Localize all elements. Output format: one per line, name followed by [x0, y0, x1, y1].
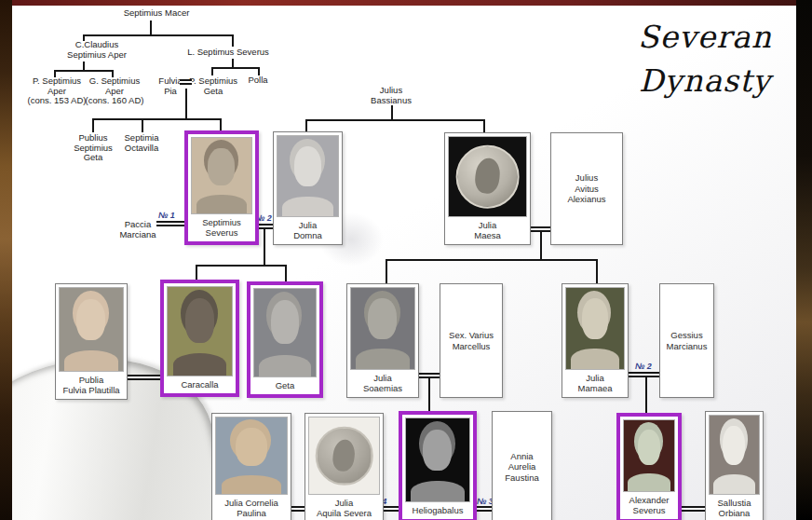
- coin-disc: [455, 144, 520, 209]
- bust-shoulders: [259, 355, 310, 378]
- node-julia-maesa: Julia Maesa: [444, 132, 531, 245]
- bust-shoulders: [173, 353, 227, 376]
- marriage-line-mamaea-gessius: [629, 372, 660, 377]
- bust-face: [271, 300, 299, 344]
- connector-lseptimus-drop: [232, 34, 234, 47]
- portrait-alexander-severus: [623, 419, 675, 492]
- marriage-label-no2-gessius: № 2: [635, 362, 652, 371]
- portrait-julia-mamaea: [565, 287, 625, 370]
- bust-shoulders: [282, 197, 333, 218]
- connector-alexander-drop: [645, 376, 647, 414]
- label-p-septimius-geta: P. Septimius Geta: [184, 76, 242, 96]
- connector-geta-marriage-down: [185, 89, 187, 118]
- connector-polla-drop: [258, 67, 260, 75]
- left-border-strip: [0, 0, 12, 520]
- caption-julia-mamaea: Julia Mamaea: [565, 370, 625, 394]
- connector-maesa-avitus-down: [540, 231, 542, 260]
- bust-shoulders: [64, 350, 117, 372]
- connector-bassianus-down: [391, 105, 393, 120]
- connector-p-aper-drop: [54, 70, 56, 77]
- connector-soaemias-drop: [386, 259, 387, 284]
- bust-face: [723, 426, 745, 465]
- connector-maesa-drop: [483, 119, 485, 133]
- top-border-strip: [0, 0, 812, 6]
- bust-shoulders: [713, 474, 755, 495]
- connector-mamaea-drop: [596, 259, 598, 284]
- bust-shoulders: [628, 473, 670, 492]
- bust-face: [368, 298, 397, 339]
- caption-septimius-severus: Septimius Severus: [191, 214, 252, 239]
- portrait-julia-aquila-severa: [308, 417, 380, 495]
- connector-severus-domna-down: [264, 228, 265, 266]
- node-julius-avitus-alexianus: Julius Avitus Alexianus: [550, 132, 623, 245]
- node-text-annia-aurelia-faustina: Annia Aurelia Faustina: [495, 415, 548, 519]
- connector-claudius-drop: [83, 34, 85, 41]
- connector-aper-bar: [54, 70, 114, 72]
- marriage-label-no1-paccia: № 1: [158, 211, 175, 220]
- caption-julia-domna: Julia Domna: [277, 217, 339, 241]
- caption-caracalla: Caracalla: [167, 376, 233, 390]
- connector-gen1-bar: [83, 34, 234, 36]
- marriage-line-fulvia-geta: [180, 79, 192, 85]
- bust-face: [638, 430, 660, 465]
- caption-heliogabalus: Heliogabalus: [405, 502, 470, 516]
- connector-publius-drop: [92, 118, 94, 132]
- bust-shoulders: [356, 349, 409, 370]
- node-julia-aquila-severa: Julia Aquila Severa: [304, 413, 384, 520]
- node-geta: Geta: [247, 281, 323, 398]
- node-annia-aurelia-faustina: Annia Aurelia Faustina: [492, 411, 552, 520]
- marriage-line-alexander-sallustia: [682, 506, 706, 512]
- node-septimius-severus: Septimius Severus: [184, 130, 259, 245]
- connector-caracalla-geta-bar: [196, 265, 286, 267]
- caption-julia-aquila-severa: Julia Aquila Severa: [308, 495, 380, 519]
- right-border-strip: [796, 0, 812, 520]
- node-caracalla: Caracalla: [160, 280, 239, 397]
- bust-shoulders: [222, 475, 281, 496]
- connector-geta-polla-bar: [211, 67, 259, 69]
- portrait-julia-soaemias: [350, 287, 415, 370]
- caption-alexander-severus: Alexander Severus: [623, 492, 675, 516]
- bust-face: [185, 298, 214, 343]
- connector-caracalla-drop: [196, 265, 197, 281]
- marriage-line-soaemias-marcellus: [419, 373, 440, 378]
- portrait-julia-maesa: [448, 136, 527, 217]
- node-sex-varius-marcellus: Sex. Varius Marcellus: [440, 283, 503, 398]
- bust-shoulders: [196, 195, 247, 214]
- caption-geta: Geta: [253, 377, 317, 391]
- marriage-line-maesa-avitus: [531, 226, 551, 232]
- connector-pgeta-drop: [211, 67, 213, 75]
- caption-julia-maesa: Julia Maesa: [448, 217, 527, 241]
- marriage-line-heliogabalus-annia: [477, 506, 493, 512]
- connector-claudius-down: [83, 62, 85, 70]
- bust-face: [294, 146, 321, 186]
- bust-face: [423, 430, 452, 472]
- connector-root-drop: [150, 21, 152, 34]
- connector-bassianus-bar: [305, 119, 485, 121]
- node-julia-domna: Julia Domna: [273, 131, 343, 245]
- slide-title: Severan Dynasty: [618, 15, 792, 103]
- bust-shoulders: [411, 481, 464, 502]
- connector-geta-drop: [285, 265, 287, 282]
- bust-face: [582, 298, 608, 339]
- portrait-septimius-severus: [191, 137, 252, 214]
- node-alexander-severus: Alexander Severus: [616, 413, 682, 520]
- node-publia-fulvia-plautilla: Publia Fulvia Plautilla: [55, 283, 128, 400]
- connector-gen2-bar: [92, 118, 221, 120]
- connector-octavilla-drop: [142, 118, 143, 132]
- node-text-julius-avitus-alexianus: Julius Avitus Alexianus: [554, 136, 619, 241]
- portrait-sallustia-orbiana: [709, 415, 760, 495]
- portrait-geta: [253, 288, 317, 377]
- node-julia-soaemias: Julia Soaemias: [346, 283, 419, 398]
- bust-face: [208, 148, 235, 186]
- label-c-claudius-septimius-aper: C.Claudius Septimius Aper: [55, 40, 139, 60]
- label-g-septimius-aper: G. Septimius Aper (cons. 160 AD): [79, 76, 150, 106]
- portrait-publia-fulvia-plautilla: [59, 287, 124, 372]
- marriage-line-plautilla-caracalla: [128, 375, 161, 380]
- connector-severus-drop: [220, 118, 222, 131]
- node-text-sex-varius-marcellus: Sex. Varius Marcellus: [443, 287, 499, 394]
- node-gessius-marcianus: Gessius Marcianus: [659, 283, 714, 398]
- node-julia-mamaea: Julia Mamaea: [562, 283, 629, 398]
- label-julius-bassianus: Julius Bassianus: [359, 86, 424, 105]
- node-julia-cornelia-paulina: Julia Cornelia Paulina: [211, 413, 291, 520]
- label-publius-septimius-geta: Publius Septimius Geta: [69, 133, 117, 163]
